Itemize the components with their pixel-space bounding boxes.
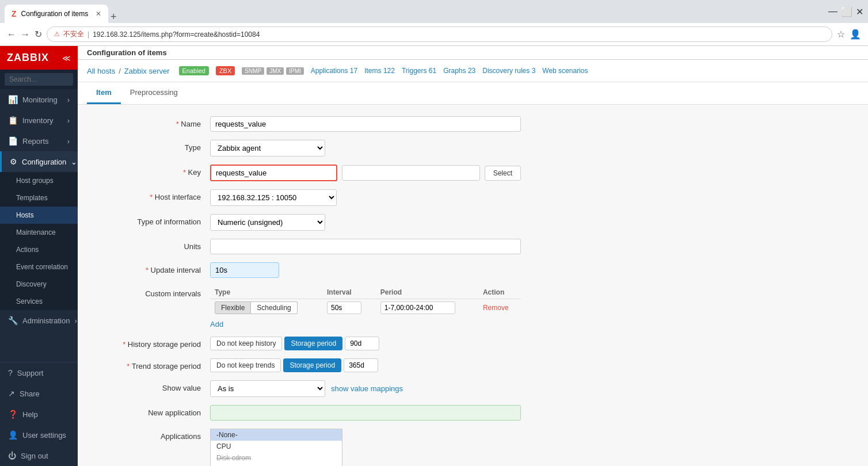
sidebar-item-discovery[interactable]: Discovery: [0, 276, 78, 293]
triggers-label: Triggers: [402, 67, 427, 75]
select-button[interactable]: Select: [485, 166, 521, 181]
trend-value-input[interactable]: [344, 358, 378, 372]
forward-button[interactable]: →: [21, 29, 30, 40]
sidebar-search: [0, 70, 78, 89]
type-select[interactable]: Zabbix agent: [210, 140, 325, 156]
item-form: * Name Type Zabbix agent *: [78, 105, 868, 466]
minimize-button[interactable]: —: [828, 6, 837, 17]
share-label: Share: [20, 389, 40, 398]
host-tabs: Enabled ZBX SNMP JMX IPMI Applications 1…: [179, 64, 588, 77]
applications-listbox[interactable]: -None- CPU Disk cdrom Disk sda Filesyste…: [210, 429, 342, 466]
sidebar-inventory-label: Inventory: [22, 116, 53, 125]
sidebar-item-hosts[interactable]: Hosts: [0, 207, 78, 224]
tab-web-scenarios[interactable]: Web scenarios: [542, 64, 588, 77]
applications-count: 17: [350, 67, 357, 75]
history-no-keep-button[interactable]: Do not keep history: [210, 337, 282, 350]
host-interface-select[interactable]: 192.168.32.125 : 10050: [210, 189, 337, 206]
history-value-input[interactable]: [345, 337, 379, 350]
proto-ipmi: IPMI: [286, 67, 304, 75]
show-value-row: Show value As is show value mappings: [95, 380, 851, 397]
bookmark-button[interactable]: ☆: [837, 29, 845, 40]
sidebar-item-share[interactable]: ↗ Share: [0, 383, 78, 404]
add-interval-link[interactable]: Add: [210, 320, 521, 329]
units-input[interactable]: [210, 239, 521, 254]
tab-triggers[interactable]: Triggers 61: [402, 64, 436, 77]
history-storage-button[interactable]: Storage period: [284, 337, 342, 350]
host-interface-row: * Host interface 192.168.32.125 : 10050: [95, 189, 851, 206]
user-settings-label: User settings: [22, 431, 66, 440]
breadcrumb-host-name[interactable]: Zabbix server: [124, 67, 170, 75]
sidebar-item-configuration[interactable]: ⚙ Configuration ⌄: [0, 151, 78, 172]
show-value-select[interactable]: As is: [210, 380, 325, 397]
security-warning-text: 不安全: [63, 29, 84, 39]
sidebar-item-inventory[interactable]: 📋 Inventory ›: [0, 110, 78, 131]
sidebar-item-sign-out[interactable]: ⏻ Sign out: [0, 445, 78, 466]
interval-input[interactable]: [327, 301, 361, 314]
app-option-none[interactable]: -None-: [211, 429, 342, 441]
period-input[interactable]: [380, 301, 455, 314]
trend-control: Do not keep trends Storage period: [210, 358, 521, 372]
key-extra-input[interactable]: [342, 165, 480, 181]
trend-no-keep-button[interactable]: Do not keep trends: [210, 358, 281, 372]
host-interface-label: * Host interface: [95, 189, 210, 201]
administration-icon: 🔧: [8, 316, 18, 325]
back-button[interactable]: ←: [7, 29, 16, 40]
sidebar-item-monitoring[interactable]: 📊 Monitoring ›: [0, 89, 78, 110]
tab-discovery-rules[interactable]: Discovery rules 3: [482, 64, 535, 77]
sidebar-item-support[interactable]: ? Support: [0, 362, 78, 383]
tab-item[interactable]: Item: [87, 82, 121, 104]
sidebar-item-templates[interactable]: Templates: [0, 189, 78, 207]
items-label: Items: [364, 67, 381, 75]
logo-text: ZABBIX: [7, 52, 49, 64]
interval-period-cell: [376, 299, 478, 317]
flexible-button[interactable]: Flexible: [215, 301, 251, 314]
app-option-disk-sda[interactable]: Disk sda: [211, 464, 342, 466]
remove-link[interactable]: Remove: [483, 304, 509, 312]
sidebar-item-maintenance[interactable]: Maintenance: [0, 224, 78, 241]
sidebar-item-services[interactable]: Services: [0, 293, 78, 310]
triggers-count: 61: [429, 67, 436, 75]
sidebar-item-reports[interactable]: 📄 Reports ›: [0, 131, 78, 151]
type-info-select[interactable]: Numeric (unsigned): [210, 214, 325, 231]
sidebar-search-input[interactable]: [5, 73, 73, 86]
sidebar-administration-label: Administration: [22, 316, 70, 325]
tab-graphs[interactable]: Graphs 23: [443, 64, 475, 77]
update-interval-input[interactable]: [210, 262, 279, 278]
host-tab-enabled: Enabled: [179, 66, 209, 75]
active-tab[interactable]: Z Configuration of items ✕: [5, 5, 108, 23]
sidebar-item-event-correlation[interactable]: Event correlation: [0, 258, 78, 276]
discovery-count: 3: [532, 67, 536, 75]
tab-preprocessing[interactable]: Preprocessing: [121, 82, 187, 104]
value-mappings-link[interactable]: show value mappings: [331, 384, 403, 393]
sidebar-item-host-groups[interactable]: Host groups: [0, 172, 78, 189]
sidebar-collapse-button[interactable]: ≪: [62, 54, 71, 63]
app-option-cpu[interactable]: CPU: [211, 441, 342, 452]
new-tab-button[interactable]: +: [111, 11, 117, 23]
tab-items[interactable]: Items 122: [364, 64, 395, 77]
sidebar-item-help[interactable]: ❓ Help: [0, 404, 78, 425]
name-input[interactable]: [210, 116, 521, 132]
tab-favicon: Z: [12, 9, 17, 18]
key-required-star: *: [183, 168, 188, 177]
sidebar-item-actions[interactable]: Actions: [0, 241, 78, 258]
sidebar-item-user-settings[interactable]: 👤 User settings: [0, 425, 78, 445]
url-bar[interactable]: ⚠ 不安全 | 192.168.32.125/items.php?form=cr…: [47, 26, 832, 42]
new-application-input[interactable]: [210, 405, 521, 421]
name-row: * Name: [95, 116, 851, 132]
breadcrumb-all-hosts[interactable]: All hosts: [87, 67, 115, 75]
page-title-bar: Configuration of items: [78, 46, 868, 60]
tab-applications[interactable]: Applications 17: [311, 64, 357, 77]
url-separator: |: [87, 30, 89, 39]
close-button[interactable]: ✕: [856, 6, 863, 17]
maximize-button[interactable]: ⬜: [841, 6, 852, 17]
key-input[interactable]: [210, 165, 337, 181]
profile-button[interactable]: 👤: [850, 29, 861, 40]
sidebar-logo: ZABBIX ≪: [0, 46, 78, 70]
refresh-button[interactable]: ↻: [35, 29, 42, 40]
sidebar-item-administration[interactable]: 🔧 Administration ›: [0, 310, 78, 331]
applications-label: Applications: [311, 67, 348, 75]
trend-storage-button[interactable]: Storage period: [283, 358, 341, 372]
tab-close-button[interactable]: ✕: [96, 10, 101, 18]
scheduling-button[interactable]: Scheduling: [251, 301, 297, 314]
app-option-disk-cdrom[interactable]: Disk cdrom: [211, 452, 342, 464]
